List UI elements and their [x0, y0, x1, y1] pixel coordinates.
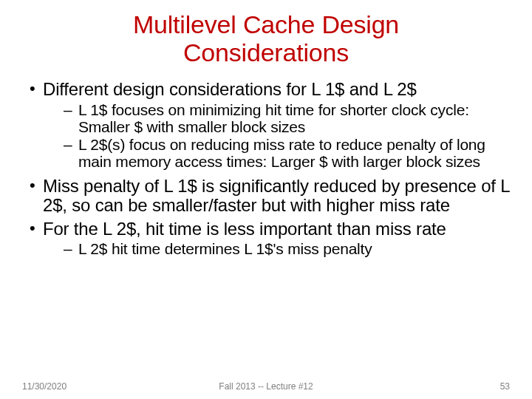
footer-page: 53: [500, 381, 510, 392]
bullet-3: For the L 2$, hit time is less important…: [22, 219, 510, 259]
bullet-3-sublist: L 2$ hit time determines L 1$'s miss pen…: [43, 241, 510, 258]
slide-title: Multilevel Cache Design Considerations: [22, 10, 510, 66]
bullet-3-sub-1: L 2$ hit time determines L 1$'s miss pen…: [62, 241, 510, 258]
footer-center: Fall 2013 -- Lecture #12: [22, 381, 510, 392]
title-line-1: Multilevel Cache Design: [133, 10, 399, 38]
bullet-3-text: For the L 2$, hit time is less important…: [43, 219, 446, 239]
bullet-1-sub-1: L 1$ focuses on minimizing hit time for …: [62, 102, 510, 135]
slide-footer: 11/30/2020 Fall 2013 -- Lecture #12 53: [22, 381, 510, 392]
bullet-1: Different design considerations for L 1$…: [22, 80, 510, 171]
bullet-list: Different design considerations for L 1$…: [22, 80, 510, 258]
bullet-1-sublist: L 1$ focuses on minimizing hit time for …: [43, 102, 510, 171]
bullet-1-sub-2: L 2$(s) focus on reducing miss rate to r…: [62, 137, 510, 170]
title-line-2: Considerations: [183, 38, 349, 66]
footer-date: 11/30/2020: [22, 381, 66, 392]
bullet-2: Miss penalty of L 1$ is significantly re…: [22, 177, 510, 215]
bullet-1-text: Different design considerations for L 1$…: [43, 79, 417, 99]
